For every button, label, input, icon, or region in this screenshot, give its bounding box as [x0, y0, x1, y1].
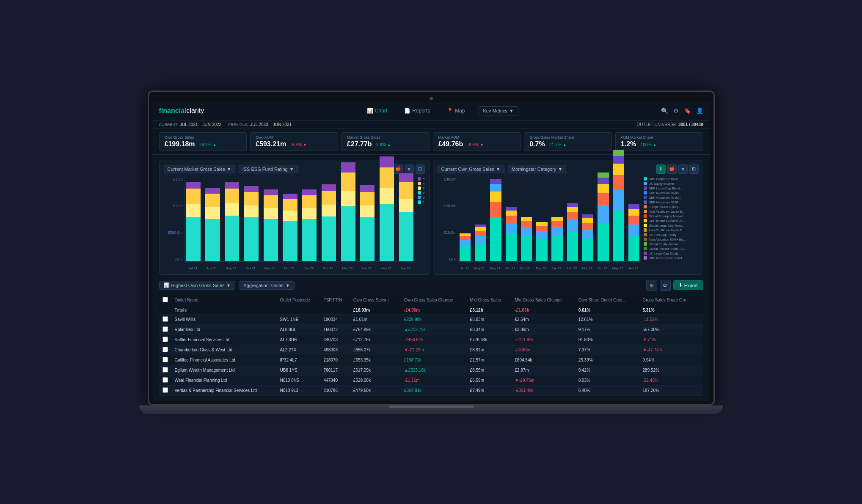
legend-label-3: 3 [423, 196, 424, 200]
right-bar-seg-10-5 [613, 211, 624, 261]
row-mkt-change-1: £3.89m [511, 324, 575, 334]
row-checkbox-2[interactable] [159, 334, 171, 345]
left-chart-filter[interactable]: ISS ESG Fund Rating ▼ [239, 165, 298, 173]
row-checkbox-0[interactable] [159, 314, 171, 324]
row-checkbox-6[interactable] [159, 375, 171, 385]
left-bar-seg-1-2 [205, 207, 220, 219]
list-btn-right[interactable]: ≡ [678, 164, 688, 174]
right-bar-10 [611, 177, 625, 261]
apple-btn-right[interactable]: 🍎 [667, 164, 677, 174]
grid-btn-right[interactable]: ⊞ [689, 164, 699, 174]
chevron-agg-icon: ▼ [285, 283, 290, 288]
right-bar-stack-6 [551, 217, 563, 261]
table-row: Chamberlain Glass & West Ltd AL2 2TX 498… [159, 345, 703, 355]
kpi-value-2: £27.77b [347, 140, 372, 148]
right-x-labels: Jul 21 Aug 21 Sep 21 Oct 21 Nov 21 Dec 2… [458, 266, 641, 270]
download-btn-right[interactable]: ⬇ [656, 164, 666, 174]
row-own-gross-0: £1.01m [350, 314, 401, 324]
nav-reports[interactable]: 📄 Reports [401, 106, 433, 115]
right-bar-seg-0-1 [460, 236, 471, 240]
right-legend-item-5: GBP Allocation 60-80... [644, 200, 699, 204]
row-own-share-4: 25.39% [575, 355, 639, 365]
left-bar-stack-7 [322, 184, 336, 261]
row-own-gross-1: £764.89k [350, 324, 401, 334]
filter-icon[interactable]: ⚙ [673, 107, 679, 114]
logo-text1: financial [159, 107, 187, 114]
left-chart-dropdown[interactable]: Current Market Gross Sales ▼ [164, 165, 235, 173]
row-fsr-3: 498003 [320, 345, 350, 355]
legend-item-4: 4 [418, 182, 424, 186]
date-bar: CURRENT JUL 2021 – JUN 2022 PREVIOUS JUL… [152, 121, 710, 129]
left-bar-seg-6-1 [302, 195, 317, 208]
key-metrics-button[interactable]: Key Metrics ▼ [479, 106, 518, 115]
right-legend-item-0: GBP Corporate Bond [644, 177, 699, 181]
list-btn-left[interactable]: ≡ [405, 164, 414, 174]
row-outlet-4: Gallilee Financial Associates Ltd [171, 355, 277, 365]
right-bar-stack-10 [613, 150, 624, 261]
right-legend-item-17: GBP Government Bond [644, 256, 699, 260]
row-checkbox-3[interactable] [159, 345, 171, 355]
row-checkbox-5[interactable] [159, 365, 171, 375]
right-legend-label-16: UK Large-Cap Equity [649, 252, 679, 255]
chart-icon: 📊 [367, 108, 373, 114]
nav-map[interactable]: 📍 Map [443, 106, 468, 115]
table-row: Egilum Wealth Management Ltd UB8 1YS 780… [159, 365, 703, 375]
grid-btn-left[interactable]: ⊞ [416, 164, 425, 174]
table-row: Saffler Financial Services Ltd AL7 3UB 4… [159, 334, 703, 345]
row-checkbox-1[interactable] [159, 324, 171, 334]
row-fsr-4: 218070 [320, 355, 350, 365]
right-legend-item-11: Asia-Pacific ex-Japan E... [644, 228, 699, 232]
right-bar-seg-7-1 [567, 207, 578, 212]
apple-btn-left[interactable]: 🍎 [394, 164, 403, 174]
right-y-labels: £30.0m £20.0m £10.0m £0.0 [438, 177, 457, 262]
left-bar-5 [281, 177, 299, 261]
right-legend-item-9: GBP Inflation-Linked Bo... [644, 219, 699, 223]
right-chart-dropdown[interactable]: Current Own Gross Sales ▼ [438, 165, 504, 173]
row-mkt-gross-0: £8.03m [467, 314, 512, 324]
table-title-dropdown[interactable]: 📊 Highest Own Gross Sales ▼ [159, 281, 236, 290]
row-checkbox-7[interactable] [159, 385, 171, 395]
left-chart-body: £1.5b £1.0b £500.0m £0.0 Jul 21 [164, 177, 425, 270]
export-button[interactable]: ⬇ Export [673, 280, 703, 290]
row-own-share-2: 91.80% [575, 334, 639, 345]
right-bar-0 [458, 177, 472, 261]
right-chart-filter[interactable]: Morningstar Category ▼ [508, 165, 567, 173]
legend-dot-2a [418, 186, 421, 190]
columns-btn[interactable]: ⊞ [646, 280, 657, 291]
search-icon[interactable]: 🔍 [661, 107, 668, 114]
previous-value: JUL 2020 – JUN 2021 [250, 122, 292, 127]
kpi-val-row-1: £593.21m -5.8% ▼ [256, 140, 333, 148]
totals-label: Totals [171, 306, 350, 314]
left-chart-title: Current Market Gross Sales [168, 167, 225, 172]
left-bar-seg-1-3 [205, 219, 220, 261]
key-metrics-label: Key Metrics [483, 108, 507, 113]
row-mkt-gross-4: £2.57m [467, 355, 512, 365]
row-own-share-6: 8.03% [575, 375, 639, 385]
row-postcode-4: IP32 4L7 [277, 355, 320, 365]
row-mkt-gross-1: £8.34m [467, 324, 512, 334]
row-checkbox-4[interactable] [159, 355, 171, 365]
select-all-checkbox[interactable] [162, 297, 168, 302]
bookmark-icon[interactable]: 🔖 [684, 107, 691, 114]
right-bar-seg-9-1 [598, 178, 609, 184]
right-bar-seg-11-0 [628, 204, 640, 209]
filter-table-btn[interactable]: ⚙ [660, 280, 671, 291]
left-bar-seg-10-0 [380, 156, 394, 167]
right-legend-label-13: Asia Allocation 80%+ Eq... [649, 238, 686, 241]
right-legend-dot-3 [644, 191, 647, 194]
right-legend-dot-4 [644, 196, 647, 199]
left-bar-stack-9 [360, 185, 375, 261]
row-mkt-gross-5: £6.55m [467, 365, 512, 375]
right-bar-stack-5 [536, 222, 548, 261]
right-bar-seg-6-3 [551, 236, 563, 261]
table-icon: 📊 [164, 282, 170, 288]
left-bar-seg-11-0 [399, 173, 413, 182]
user-icon[interactable]: 👤 [696, 107, 703, 114]
row-own-share-0: 12.61% [575, 314, 639, 324]
row-mkt-change-7: -£351.49k [511, 385, 575, 395]
right-bar-seg-5-2 [536, 231, 548, 238]
nav-chart[interactable]: 📊 Chart [364, 106, 391, 115]
aggregation-dropdown[interactable]: Aggregation: Outlet ▼ [239, 281, 295, 290]
chevron-icon-filter: ▼ [289, 167, 294, 172]
left-bar-seg-2-1 [225, 189, 239, 203]
